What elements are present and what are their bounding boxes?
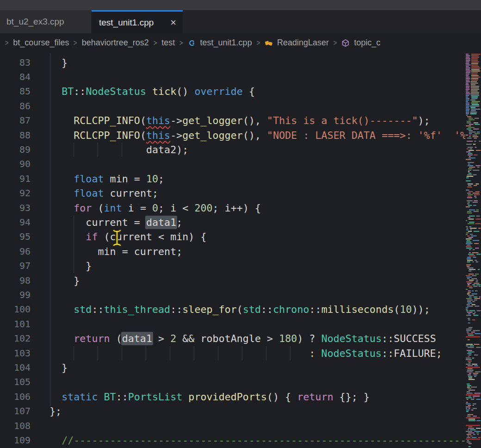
code-line[interactable]: 93 for (int i = 0; i < 200; i++) { (0, 201, 465, 215)
indent-guide (50, 53, 50, 406)
tab-test-unit1[interactable]: test_unit1.cpp × (92, 10, 183, 33)
close-icon[interactable]: × (170, 18, 176, 28)
code-line[interactable]: 90 (0, 157, 465, 171)
chevron-right-icon: > (179, 39, 183, 47)
line-number[interactable]: 84 (0, 70, 31, 84)
code-line[interactable]: 91 float min = 10; (0, 172, 465, 186)
symbol-class-icon (265, 39, 273, 47)
code-text: //--------------------------------------… (49, 433, 465, 448)
indent-guide (218, 346, 218, 361)
code-line[interactable]: 96 min = current; (0, 244, 465, 259)
breadcrumb-item-folder[interactable]: behaviortree_ros2 (82, 38, 149, 48)
line-number[interactable]: 90 (0, 157, 31, 171)
line-number[interactable]: 109 (0, 433, 31, 448)
code-line[interactable]: 88 RCLCPP_INFO(this->get_logger(), "NODE… (0, 128, 465, 143)
line-number[interactable]: 88 (0, 128, 31, 143)
code-line[interactable]: 104 } (0, 361, 465, 375)
code-line[interactable]: 102 return (data1 > 2 && robotAngle > 18… (0, 331, 465, 346)
breadcrumb-item-folder[interactable]: test (161, 38, 175, 48)
line-number[interactable]: 102 (0, 331, 31, 346)
code-line[interactable]: 92 float current; (0, 186, 465, 200)
line-number[interactable]: 105 (0, 375, 31, 389)
code-line[interactable]: 99 (0, 288, 465, 302)
code-line[interactable]: 83 } (0, 56, 465, 70)
code-text: RCLCPP_INFO(this->get_logger(), "NODE : … (49, 128, 465, 143)
code-text: current = data1; (49, 215, 182, 230)
code-editor[interactable]: 83 }8485 BT::NodeStatus tick() override … (0, 52, 481, 448)
line-number[interactable]: 94 (0, 215, 31, 230)
code-line[interactable]: 108 (0, 419, 465, 433)
tab-bt-u2-ex3[interactable]: bt_u2_ex3.cpp (0, 10, 91, 33)
cpp-file-icon (188, 39, 196, 47)
code-line[interactable]: 98 } (0, 274, 465, 288)
line-number[interactable]: 100 (0, 302, 31, 317)
code-line[interactable]: 103 : NodeStatus::FAILURE; (0, 346, 465, 361)
code-text: for (int i = 0; i < 200; i++) { (49, 201, 261, 215)
line-number[interactable]: 103 (0, 346, 31, 361)
code-line[interactable]: 95 if (current < min) { (0, 230, 465, 244)
line-number[interactable]: 107 (0, 404, 31, 418)
code-text: } (49, 361, 68, 375)
code-text: BT::NodeStatus tick() override { (49, 84, 255, 99)
code-line[interactable]: 89 data2); (0, 143, 465, 157)
code-line[interactable]: 106 static BT::PortsList providedPorts()… (0, 390, 465, 404)
indent-guide (194, 346, 194, 361)
line-number[interactable]: 99 (0, 288, 31, 302)
code-line[interactable]: 84 (0, 70, 465, 84)
breadcrumb-item-file[interactable]: test_unit1.cpp (200, 38, 252, 48)
chevron-right-icon: > (5, 39, 8, 47)
line-number[interactable]: 106 (0, 390, 31, 404)
line-number[interactable]: 91 (0, 172, 31, 186)
line-number[interactable]: 97 (0, 259, 31, 273)
code-area[interactable]: 83 }8485 BT::NodeStatus tick() override … (0, 52, 465, 448)
code-text: float current; (49, 186, 158, 200)
code-text: }; (49, 404, 62, 418)
indent-guide (170, 346, 170, 361)
code-text: } (49, 259, 92, 273)
breadcrumb-item-folder[interactable]: bt_course_files (13, 38, 69, 48)
line-number[interactable]: 83 (0, 56, 31, 70)
code-text: return (data1 > 2 && robotAngle > 180) ?… (49, 331, 436, 346)
line-number[interactable]: 87 (0, 113, 31, 128)
code-line[interactable]: 105 (0, 375, 465, 389)
line-number[interactable]: 104 (0, 361, 31, 375)
breadcrumb-item-class[interactable]: ReadingLaser (277, 38, 329, 48)
code-line[interactable]: 101 (0, 317, 465, 331)
code-text: RCLCPP_INFO(this->get_logger(), "This is… (49, 113, 430, 128)
indent-guide (266, 346, 266, 361)
code-line[interactable]: 87 RCLCPP_INFO(this->get_logger(), "This… (0, 113, 465, 128)
code-line[interactable]: 85 BT::NodeStatus tick() override { (0, 84, 465, 99)
tab-bar: bt_u2_ex3.cpp test_unit1.cpp × (0, 10, 481, 33)
line-number[interactable]: 86 (0, 99, 31, 113)
code-text: if (current < min) { (49, 230, 207, 244)
symbol-method-icon (341, 39, 350, 47)
code-text: } (49, 274, 80, 288)
code-line[interactable]: 97 } (0, 259, 465, 273)
line-number[interactable]: 108 (0, 419, 31, 433)
code-text: std::this_thread::sleep_for(std::chrono:… (49, 302, 430, 317)
chevron-right-icon: > (257, 39, 260, 47)
line-number[interactable]: 93 (0, 201, 31, 215)
chevron-right-icon: > (74, 39, 77, 47)
tab-label: test_unit1.cpp (98, 18, 154, 28)
line-number[interactable]: 98 (0, 274, 31, 288)
title-bar (0, 0, 481, 10)
code-line[interactable]: 94 current = data1; (0, 215, 465, 230)
breadcrumb-item-method[interactable]: topic_c (354, 38, 380, 48)
line-number[interactable]: 95 (0, 230, 31, 244)
code-line[interactable]: 86 (0, 99, 465, 113)
line-number[interactable]: 96 (0, 244, 31, 259)
line-number[interactable]: 92 (0, 186, 31, 200)
indent-guide (242, 346, 242, 361)
code-line[interactable]: 109 //----------------------------------… (0, 433, 465, 448)
minimap[interactable] (465, 52, 481, 448)
breadcrumb: > bt_course_files > behaviortree_ros2 > … (0, 33, 481, 52)
code-text: } (49, 56, 68, 70)
code-text: min = current; (49, 244, 182, 259)
code-line[interactable]: 100 std::this_thread::sleep_for(std::chr… (0, 302, 465, 317)
code-text: static BT::PortsList providedPorts() { r… (49, 390, 370, 404)
line-number[interactable]: 89 (0, 143, 31, 157)
line-number[interactable]: 101 (0, 317, 31, 331)
line-number[interactable]: 85 (0, 84, 31, 99)
code-line[interactable]: 107}; (0, 404, 465, 418)
